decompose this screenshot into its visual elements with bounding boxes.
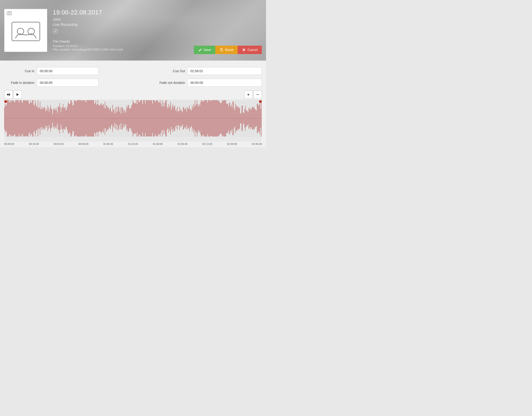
fade-in-input[interactable]	[37, 79, 98, 87]
timeline-marker: 00:00:00	[4, 143, 14, 145]
timeline-marker: 01:23:20	[128, 143, 138, 145]
cue-out-group: Cue Out	[164, 67, 262, 75]
timeline-marker: 02:46:40	[252, 143, 262, 145]
camera-icon	[7, 11, 12, 15]
waveform-handle-right[interactable]	[259, 100, 262, 142]
svg-marker-10	[7, 93, 8, 96]
waveform-container	[4, 100, 262, 142]
zoom-in-button[interactable]: +	[244, 90, 253, 99]
timeline-marker: 00:50:00	[78, 143, 88, 145]
top-section: 19:00-22.08.2017 John Live Recording Fil…	[0, 0, 266, 60]
cancel-label: Cancel	[247, 48, 258, 52]
reset-button[interactable]: Reset	[215, 46, 238, 54]
meta-section: 19:00-22.08.2017 John Live Recording Fil…	[53, 9, 123, 51]
timeline: 00:00:0000:16:4000:33:2000:50:0001:06:40…	[4, 142, 262, 147]
cue-in-input[interactable]	[37, 67, 98, 75]
svg-marker-11	[8, 93, 10, 96]
waveform-controls: + −	[4, 90, 262, 99]
waveform-canvas[interactable]	[4, 100, 262, 137]
timeline-marker: 01:56:40	[178, 143, 188, 145]
play-button[interactable]	[13, 90, 22, 99]
timeline-marker: 02:30:00	[227, 143, 237, 145]
right-handle-dot	[259, 100, 262, 103]
transport-buttons	[4, 90, 22, 99]
cue-in-row: Cue In Cue Out	[4, 67, 262, 75]
file-location-label: File Location: /recordings/20170822-1900…	[53, 48, 123, 51]
fade-row: Fade in duration Fade out duration	[4, 79, 262, 87]
bottom-section: Cue In Cue Out Fade in duration Fade out…	[0, 60, 266, 147]
waveform-handle-left[interactable]	[4, 100, 7, 142]
meta-artist: John	[53, 18, 123, 22]
cancel-button[interactable]: Cancel	[238, 46, 262, 54]
svg-point-7	[55, 31, 56, 32]
left-handle-dot	[4, 100, 7, 103]
svg-point-6	[53, 29, 58, 34]
timeline-marker: 01:40:00	[153, 143, 163, 145]
cassette-placeholder	[4, 11, 47, 52]
fade-out-label: Fade out duration	[159, 81, 185, 85]
svg-rect-2	[8, 11, 10, 12]
cue-out-label: Cue Out	[164, 69, 185, 73]
album-art	[4, 9, 47, 52]
meta-recording-type: Live Recording	[53, 23, 123, 27]
fade-out-group: Fade out duration	[159, 79, 262, 87]
rewind-button[interactable]	[4, 90, 13, 99]
zoom-buttons: + −	[244, 90, 262, 99]
file-details-title: File Details	[53, 39, 123, 43]
timeline-marker: 00:33:20	[54, 143, 64, 145]
meta-datetime: 19:00-22.08.2017	[53, 9, 123, 16]
svg-point-1	[8, 13, 10, 14]
edit-icon[interactable]	[53, 29, 58, 34]
fade-out-input[interactable]	[187, 79, 262, 87]
cue-out-input[interactable]	[187, 67, 262, 75]
checkmark-icon	[198, 48, 202, 52]
save-button[interactable]: Save	[194, 46, 215, 54]
zoom-out-button[interactable]: −	[253, 90, 262, 99]
svg-marker-12	[17, 93, 19, 96]
timeline-marker: 02:13:20	[202, 143, 212, 145]
cue-in-label: Cue In	[4, 69, 34, 73]
reset-icon	[219, 48, 224, 52]
cancel-icon	[242, 48, 246, 52]
reset-label: Reset	[225, 48, 234, 52]
duration-label: Duration: 01:00:01	[53, 44, 123, 48]
svg-rect-3	[12, 22, 40, 41]
timeline-marker: 01:06:40	[103, 143, 113, 145]
action-buttons: Save Reset Cancel	[194, 46, 262, 54]
timeline-marker: 00:16:40	[29, 143, 39, 145]
fade-in-label: Fade in duration	[4, 81, 34, 85]
save-label: Save	[204, 48, 211, 52]
file-details: File Details Duration: 01:00:01 File Loc…	[53, 39, 123, 51]
